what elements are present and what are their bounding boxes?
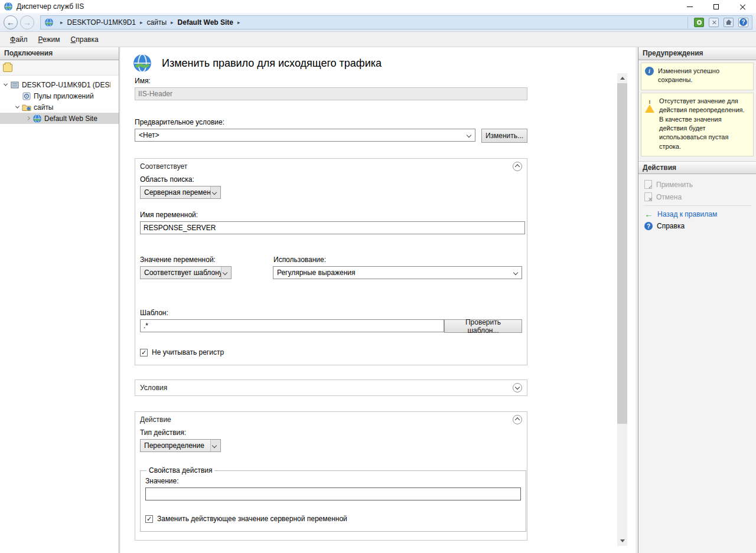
info-alert-text: Изменения успешно сохранены.	[658, 67, 750, 85]
pattern-row: Проверить шаблон...	[140, 319, 522, 333]
breadcrumb-separator-icon[interactable]: ▸	[171, 19, 174, 25]
stop-icon[interactable]	[709, 18, 719, 27]
precondition-edit-button[interactable]: Изменить...	[481, 129, 527, 143]
connections-panel: Подключения DESKTOP-U1MK9D1 (DESKTOP	[0, 47, 119, 553]
replace-row: ✓ Заменить действующее значение серверно…	[145, 515, 521, 523]
forward-icon: →	[23, 18, 31, 27]
replace-checkbox[interactable]: ✓	[145, 515, 153, 523]
using-value: Регулярные выражения	[277, 269, 356, 277]
chevron-open	[4, 82, 8, 86]
collapse-icon[interactable]	[513, 415, 522, 424]
match-section-header[interactable]: Соответствует	[135, 159, 527, 174]
help-icon: ?	[644, 222, 653, 230]
conditions-section: Условия	[135, 379, 527, 396]
variable-value-select[interactable]: Соответствует шаблону	[140, 266, 232, 279]
collapse-icon[interactable]	[513, 162, 522, 171]
breadcrumb-item-default-web-site[interactable]: Default Web Site	[178, 18, 233, 27]
name-input	[135, 87, 527, 100]
window-title: Диспетчер служб IIS	[17, 2, 84, 11]
conditions-section-header[interactable]: Условия	[135, 380, 527, 395]
action-value-input[interactable]	[145, 487, 521, 500]
expand-toggle-icon[interactable]	[25, 115, 31, 122]
using-select[interactable]: Регулярные выражения	[273, 266, 522, 279]
chevron-down-icon	[467, 133, 471, 138]
precondition-select[interactable]: <Нет>	[135, 129, 475, 142]
scrollbar-thumb[interactable]	[617, 83, 627, 424]
breadcrumb-item-server[interactable]: DESKTOP-U1MK9D1	[67, 18, 136, 27]
restart-icon[interactable]	[694, 18, 704, 27]
variable-name-input[interactable]	[140, 221, 525, 234]
tree-item-server[interactable]: DESKTOP-U1MK9D1 (DESKTOP	[0, 79, 119, 90]
pattern-input[interactable]	[140, 319, 444, 332]
help-icon[interactable]: ?	[738, 18, 748, 27]
home-icon[interactable]	[724, 18, 734, 27]
action-section-header[interactable]: Действие	[135, 412, 527, 427]
tree-item-sites[interactable]: сайты	[0, 102, 119, 113]
create-connection-icon[interactable]	[3, 64, 12, 72]
ignore-case-checkbox[interactable]: ✓	[140, 349, 148, 356]
action-properties-title: Свойства действия	[146, 466, 214, 475]
test-pattern-button[interactable]: Проверить шаблон...	[444, 319, 522, 333]
close-button[interactable]	[729, 0, 756, 13]
chevron-closed	[26, 116, 30, 120]
minimize-icon	[687, 6, 693, 7]
apply-icon: ✓	[644, 180, 652, 189]
apply-label: Применить	[656, 181, 693, 189]
actions-list: ✓ Применить ✕ Отмена ← Назад к правилам …	[638, 174, 756, 236]
conditions-section-title: Условия	[140, 384, 167, 392]
menu-file[interactable]: Файл	[5, 34, 33, 45]
actions-header: Действия	[638, 161, 756, 174]
close-icon	[739, 4, 746, 10]
action-type-select[interactable]: Переопределение	[140, 439, 221, 452]
scroll-down-button[interactable]	[617, 536, 627, 546]
expand-toggle-icon[interactable]	[14, 104, 21, 110]
vertical-scrollbar[interactable]	[617, 73, 627, 546]
page-globe-icon	[132, 53, 152, 73]
chevron-up-icon	[515, 417, 520, 422]
replace-label: Заменить действующее значение серверной …	[157, 515, 347, 523]
maximize-icon	[713, 4, 719, 9]
warning-alert: ! Отсутствует значение для действия пере…	[641, 93, 754, 156]
action-type-value: Переопределение	[144, 441, 204, 450]
match-section-body: Область поиска: Серверная переменн Имя п…	[135, 174, 527, 365]
action-value-label: Значение:	[145, 477, 521, 485]
minimize-button[interactable]	[676, 0, 703, 13]
help-label: Справка	[657, 222, 685, 230]
tree-item-app-pools[interactable]: Пулы приложений	[0, 90, 119, 102]
cancel-action: ✕ Отмена	[638, 191, 756, 203]
expand-toggle-icon[interactable]	[2, 81, 9, 88]
tree-item-default-web-site[interactable]: Default Web Site	[0, 113, 119, 124]
title-bar: Диспетчер служб IIS	[0, 0, 756, 13]
site-globe-icon	[44, 18, 54, 27]
expand-icon[interactable]	[513, 383, 522, 392]
workspace: Подключения DESKTOP-U1MK9D1 (DESKTOP	[0, 47, 756, 553]
nav-toolbar: ?	[687, 17, 748, 28]
scope-select[interactable]: Серверная переменн	[140, 186, 221, 199]
scroll-up-button[interactable]	[617, 73, 627, 83]
breadcrumb-separator-icon: ▸	[60, 19, 63, 25]
info-icon: i	[645, 67, 654, 76]
connections-toolbar	[0, 60, 119, 76]
back-icon: ←	[6, 18, 15, 27]
warning-icon: !	[645, 97, 655, 106]
action-properties-group: Свойства действия Значение: ✓ Заменить д…	[140, 466, 526, 532]
server-icon	[10, 80, 19, 90]
breadcrumb-item-sites[interactable]: сайты	[147, 18, 167, 27]
scope-label: Область поиска:	[140, 175, 522, 184]
menu-view[interactable]: Режим	[33, 34, 66, 45]
help-action[interactable]: ? Справка	[638, 220, 756, 232]
variable-value-label: Значение переменной:	[140, 256, 273, 264]
page-title: Изменить правило для исходящего трафика	[162, 57, 382, 70]
forward-button[interactable]: →	[20, 15, 34, 30]
menu-help[interactable]: Справка	[66, 34, 104, 45]
rule-form: Имя: Предварительное условие: <Нет> Изме…	[120, 77, 636, 541]
maximize-button[interactable]	[703, 0, 729, 13]
back-button[interactable]: ←	[4, 15, 18, 30]
back-to-rules-action[interactable]: ← Назад к правилам	[638, 208, 756, 220]
breadcrumb-separator-icon[interactable]: ▸	[237, 19, 240, 25]
right-panel: Предупреждения i Изменения успешно сохра…	[638, 47, 756, 553]
variable-name-label: Имя переменной:	[140, 211, 522, 219]
help-glyph: ?	[647, 223, 650, 230]
breadcrumb-separator-icon[interactable]: ▸	[140, 19, 143, 25]
scroll-up-icon	[620, 77, 625, 80]
